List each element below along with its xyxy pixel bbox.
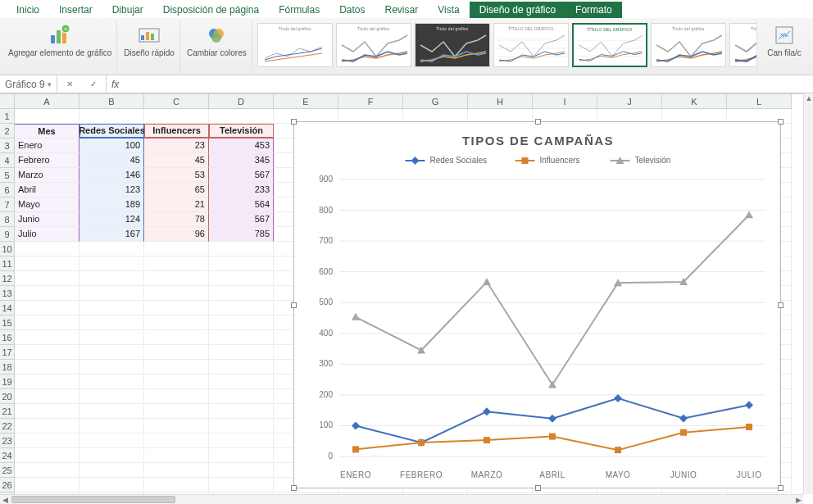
tab-datos[interactable]: Datos [329, 2, 375, 18]
tab-inicio[interactable]: Inicio [7, 2, 49, 18]
cell-C11[interactable] [144, 257, 209, 271]
cell-D1[interactable] [209, 109, 274, 124]
cell-D2[interactable]: Televisión [209, 124, 274, 138]
resize-handle-s[interactable] [535, 485, 541, 491]
formula-input[interactable] [122, 75, 813, 93]
cell-A3[interactable]: Enero [15, 138, 79, 153]
row-header-13[interactable]: 13 [0, 286, 15, 301]
row-header-5[interactable]: 5 [0, 168, 15, 183]
cell-D7[interactable]: 564 [209, 198, 274, 212]
col-header-I[interactable]: I [533, 94, 597, 109]
row-header-1[interactable]: 1 [0, 109, 15, 124]
cell-D9[interactable]: 785 [209, 227, 274, 242]
cell-C4[interactable]: 45 [144, 153, 209, 168]
cell-D14[interactable] [209, 301, 274, 316]
row-header-14[interactable]: 14 [0, 301, 15, 316]
cell-D26[interactable] [209, 478, 274, 493]
cell-A20[interactable] [15, 389, 79, 404]
cell-C14[interactable] [144, 301, 209, 316]
col-header-A[interactable]: A [15, 94, 79, 109]
cell-B22[interactable] [79, 419, 144, 434]
cell-B19[interactable] [79, 375, 144, 389]
cell-A10[interactable] [15, 242, 79, 257]
cell-C6[interactable]: 65 [144, 183, 209, 198]
cell-A17[interactable] [15, 345, 79, 360]
row-header-18[interactable]: 18 [0, 360, 15, 375]
cell-B7[interactable]: 189 [79, 198, 144, 212]
row-header-15[interactable]: 15 [0, 316, 15, 330]
tab-formulas[interactable]: Fórmulas [269, 2, 329, 18]
btn-add-chart-element[interactable]: + Agregar elemento de gráfico [3, 21, 117, 75]
row-header-20[interactable]: 20 [0, 389, 15, 404]
cell-B17[interactable] [79, 345, 144, 360]
row-header-23[interactable]: 23 [0, 434, 15, 448]
cell-D3[interactable]: 453 [209, 138, 274, 153]
cell-A2[interactable]: Mes [15, 124, 79, 138]
chart-styles-gallery[interactable]: Título del gráfico Título del gráfico Tí… [254, 21, 757, 75]
cell-D15[interactable] [209, 316, 274, 330]
resize-handle-w[interactable] [291, 302, 297, 308]
cell-B4[interactable]: 45 [79, 153, 144, 168]
cell-C18[interactable] [144, 360, 209, 375]
cell-B26[interactable] [79, 478, 144, 493]
confirm-icon[interactable]: ✓ [90, 79, 97, 89]
cell-B12[interactable] [79, 271, 144, 286]
cell-D25[interactable] [209, 463, 274, 478]
cell-D16[interactable] [209, 330, 274, 345]
row-header-25[interactable]: 25 [0, 463, 15, 478]
tab-insertar[interactable]: Insertar [49, 2, 102, 18]
style-thumb-6[interactable]: Título del gráfico [651, 23, 726, 67]
vertical-scrollbar[interactable]: ▲ [803, 93, 813, 494]
cell-C13[interactable] [144, 286, 209, 301]
cell-D24[interactable] [209, 448, 274, 463]
cell-C7[interactable]: 21 [144, 198, 209, 212]
col-header-H[interactable]: H [468, 94, 533, 109]
cell-A5[interactable]: Marzo [15, 168, 79, 183]
cell-B11[interactable] [79, 257, 144, 271]
cell-D22[interactable] [209, 419, 274, 434]
cell-D17[interactable] [209, 345, 274, 360]
row-header-2[interactable]: 2 [0, 124, 15, 138]
col-header-E[interactable]: E [274, 94, 338, 109]
row-header-12[interactable]: 12 [0, 271, 15, 286]
scroll-up-icon[interactable]: ▲ [804, 93, 813, 103]
cell-A1[interactable] [15, 109, 79, 124]
cell-C23[interactable] [144, 434, 209, 448]
cell-A12[interactable] [15, 271, 79, 286]
cell-B18[interactable] [79, 360, 144, 375]
row-header-11[interactable]: 11 [0, 257, 15, 271]
style-thumb-1[interactable]: Título del gráfico [257, 23, 333, 67]
cell-D4[interactable]: 345 [209, 153, 274, 168]
cell-A4[interactable]: Febrero [15, 153, 79, 168]
btn-switch-row-col[interactable]: Can fila/c [759, 21, 810, 75]
cell-C3[interactable]: 23 [144, 138, 209, 153]
row-header-22[interactable]: 22 [0, 419, 15, 434]
cell-D18[interactable] [209, 360, 274, 375]
col-header-D[interactable]: D [209, 94, 274, 109]
cell-A26[interactable] [15, 478, 79, 493]
cell-B8[interactable]: 124 [79, 212, 144, 227]
resize-handle-n[interactable] [535, 119, 541, 125]
tab-disposicion[interactable]: Disposición de página [153, 2, 269, 18]
cell-C19[interactable] [144, 375, 209, 389]
tab-vista[interactable]: Vista [428, 2, 469, 18]
cell-A22[interactable] [15, 419, 79, 434]
cell-D21[interactable] [209, 404, 274, 419]
cell-D5[interactable]: 567 [209, 168, 274, 183]
cancel-icon[interactable]: ✕ [66, 79, 73, 89]
col-header-C[interactable]: C [144, 94, 209, 109]
cell-C16[interactable] [144, 330, 209, 345]
row-header-17[interactable]: 17 [0, 345, 15, 360]
row-header-21[interactable]: 21 [0, 404, 15, 419]
row-header-7[interactable]: 7 [0, 198, 15, 212]
row-header-9[interactable]: 9 [0, 227, 15, 242]
cell-C22[interactable] [144, 419, 209, 434]
cell-A7[interactable]: Mayo [15, 198, 79, 212]
cell-B2[interactable]: Redes Sociales [79, 124, 144, 138]
scroll-right-icon[interactable]: ▶ [793, 495, 803, 505]
cell-C20[interactable] [144, 389, 209, 404]
cell-C24[interactable] [144, 448, 209, 463]
cell-C5[interactable]: 53 [144, 168, 209, 183]
cell-B15[interactable] [79, 316, 144, 330]
cell-D11[interactable] [209, 257, 274, 271]
